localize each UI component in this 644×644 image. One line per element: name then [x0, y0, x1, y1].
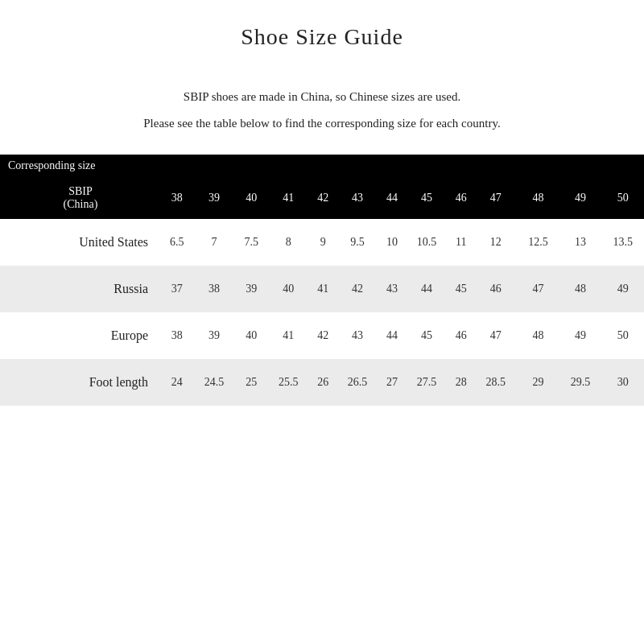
- sbip-value-6: 44: [378, 177, 405, 219]
- page-title: Shoe Size Guide: [0, 24, 644, 50]
- us-value-5: 9.5: [336, 219, 379, 266]
- us-value-4: 9: [310, 219, 336, 266]
- russia-value-2: 39: [235, 266, 267, 312]
- row-foot: Foot length2424.52525.52626.52727.52828.…: [0, 359, 644, 406]
- europe-value-10: 48: [517, 312, 559, 359]
- russia-value-7: 44: [406, 266, 448, 312]
- us-value-3: 8: [267, 219, 310, 266]
- russia-label: Russia: [0, 266, 161, 312]
- sbip-value-2: 40: [235, 177, 267, 219]
- europe-value-5: 43: [336, 312, 379, 359]
- foot-value-8: 28: [448, 359, 474, 406]
- russia-value-5: 42: [336, 266, 379, 312]
- us-value-8: 11: [448, 219, 474, 266]
- russia-value-10: 47: [517, 266, 559, 312]
- corresponding-size-row: Corresponding size: [0, 155, 644, 177]
- sbip-value-7: 45: [406, 177, 448, 219]
- sbip-value-0: 38: [161, 177, 193, 219]
- sbip-value-9: 47: [474, 177, 517, 219]
- sbip-value-1: 39: [193, 177, 236, 219]
- sbip-value-5: 43: [336, 177, 379, 219]
- row-us: United States6.577.5899.51010.5111212.51…: [0, 219, 644, 266]
- europe-value-4: 42: [310, 312, 336, 359]
- russia-value-3: 40: [267, 266, 310, 312]
- size-table: Corresponding sizeSBIP (China)3839404142…: [0, 155, 644, 406]
- europe-value-9: 47: [474, 312, 517, 359]
- sbip-value-3: 41: [267, 177, 310, 219]
- foot-value-11: 29.5: [559, 359, 602, 406]
- us-value-9: 12: [474, 219, 517, 266]
- subtitle1: SBIP shoes are made in China, so Chinese…: [0, 90, 644, 104]
- europe-label: Europe: [0, 312, 161, 359]
- russia-value-0: 37: [161, 266, 193, 312]
- us-value-6: 10: [378, 219, 405, 266]
- russia-value-12: 49: [601, 266, 644, 312]
- europe-value-6: 44: [378, 312, 405, 359]
- foot-value-1: 24.5: [193, 359, 236, 406]
- europe-value-7: 45: [406, 312, 448, 359]
- europe-value-2: 40: [235, 312, 267, 359]
- corr-label: Corresponding size: [0, 155, 161, 177]
- us-value-12: 13.5: [601, 219, 644, 266]
- foot-value-9: 28.5: [474, 359, 517, 406]
- us-value-1: 7: [193, 219, 236, 266]
- us-value-2: 7.5: [235, 219, 267, 266]
- europe-value-3: 41: [267, 312, 310, 359]
- foot-value-2: 25: [235, 359, 267, 406]
- page-container: Shoe Size Guide SBIP shoes are made in C…: [0, 0, 644, 438]
- subtitle2: Please see the table below to find the c…: [0, 117, 644, 130]
- foot-value-5: 26.5: [336, 359, 379, 406]
- foot-value-10: 29: [517, 359, 559, 406]
- sbip-value-4: 42: [310, 177, 336, 219]
- russia-value-6: 43: [378, 266, 405, 312]
- foot-value-0: 24: [161, 359, 193, 406]
- sbip-value-11: 49: [559, 177, 602, 219]
- us-value-7: 10.5: [406, 219, 448, 266]
- us-label: United States: [0, 219, 161, 266]
- us-value-10: 12.5: [517, 219, 559, 266]
- sbip-value-8: 46: [448, 177, 474, 219]
- foot-value-6: 27: [378, 359, 405, 406]
- russia-value-11: 48: [559, 266, 602, 312]
- row-russia: Russia37383940414243444546474849: [0, 266, 644, 312]
- us-value-0: 6.5: [161, 219, 193, 266]
- foot-label: Foot length: [0, 359, 161, 406]
- foot-value-7: 27.5: [406, 359, 448, 406]
- foot-value-3: 25.5: [267, 359, 310, 406]
- sbip-value-12: 50: [601, 177, 644, 219]
- europe-value-1: 39: [193, 312, 236, 359]
- us-value-11: 13: [559, 219, 602, 266]
- russia-value-8: 45: [448, 266, 474, 312]
- europe-value-12: 50: [601, 312, 644, 359]
- russia-value-4: 41: [310, 266, 336, 312]
- russia-value-9: 46: [474, 266, 517, 312]
- sbip-value-10: 48: [517, 177, 559, 219]
- europe-value-8: 46: [448, 312, 474, 359]
- europe-value-0: 38: [161, 312, 193, 359]
- foot-value-4: 26: [310, 359, 336, 406]
- row-europe: Europe38394041424344454647484950: [0, 312, 644, 359]
- sbip-label: SBIP (China): [0, 177, 161, 219]
- sbip-row: SBIP (China)38394041424344454647484950: [0, 177, 644, 219]
- russia-value-1: 38: [193, 266, 236, 312]
- foot-value-12: 30: [601, 359, 644, 406]
- europe-value-11: 49: [559, 312, 602, 359]
